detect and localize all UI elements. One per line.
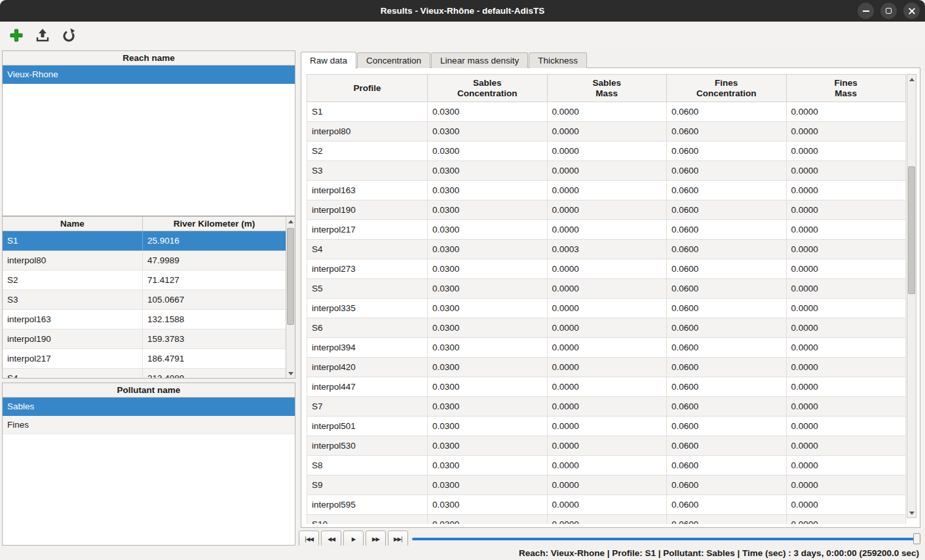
value-cell: 0.0300 <box>428 141 548 161</box>
value-cell: 0.0600 <box>667 122 787 141</box>
column-header-sables-mass[interactable]: Sables Mass <box>548 74 668 102</box>
pollutant-list: SablesFines <box>3 398 295 434</box>
table-row[interactable]: S70.03000.00000.06000.0000 <box>307 397 906 417</box>
slider-track[interactable] <box>412 538 919 540</box>
value-cell: 0.0600 <box>667 476 787 495</box>
reach-list-header: Reach name <box>3 51 295 65</box>
profiles-scrollbar[interactable] <box>286 217 295 378</box>
table-row[interactable]: interpol5300.03000.00000.06000.0000 <box>307 436 906 456</box>
table-row[interactable]: interpol3940.03000.00000.06000.0000 <box>307 338 906 358</box>
time-slider[interactable] <box>412 531 920 547</box>
table-row[interactable]: interpol5950.03000.00000.06000.0000 <box>307 495 906 515</box>
scroll-up-button[interactable] <box>907 75 916 84</box>
column-header-name[interactable]: Name <box>3 217 143 231</box>
titlebar: Results - Vieux-Rhône - default-AdisTS <box>0 0 925 22</box>
scroll-down-button[interactable] <box>907 508 916 517</box>
table-row[interactable]: S80.03000.00000.06000.0000 <box>307 456 906 476</box>
table-row[interactable]: interpol5010.03000.00000.06000.0000 <box>307 417 906 436</box>
value-cell: 0.0000 <box>548 181 668 200</box>
profile-row[interactable]: interpol190159.3783 <box>3 329 286 349</box>
profile-row[interactable]: S271.4127 <box>3 271 286 290</box>
value-cell: 0.0000 <box>548 417 668 436</box>
profile-row[interactable]: S3105.0667 <box>3 290 286 310</box>
value-cell: 0.0000 <box>548 318 668 338</box>
value-cell: 0.0000 <box>787 456 907 476</box>
profile-row[interactable]: interpol163132.1588 <box>3 310 286 329</box>
reach-list-item[interactable]: Vieux-Rhone <box>3 65 295 84</box>
table-row[interactable]: S50.03000.00000.06000.0000 <box>307 279 906 299</box>
scrollbar-thumb[interactable] <box>908 166 915 294</box>
skip-to-start-button[interactable]: |◀◀ <box>299 531 319 547</box>
pollutant-list-item[interactable]: Sables <box>3 398 295 416</box>
scrollbar-thumb[interactable] <box>287 228 294 325</box>
window-controls <box>858 3 920 19</box>
profile-cell: interpol501 <box>307 417 428 436</box>
slider-handle[interactable] <box>913 533 920 544</box>
skip-to-end-button[interactable]: ▶▶| <box>388 531 408 547</box>
profiles-table-body: S125.9016interpol8047.9989S271.4127S3105… <box>3 231 286 378</box>
value-cell: 0.0600 <box>667 240 787 259</box>
tab-linear-mass-density[interactable]: Linear mass density <box>431 52 528 68</box>
minimize-button[interactable] <box>858 3 874 19</box>
value-cell: 0.0600 <box>667 141 787 161</box>
profile-cell: interpol273 <box>307 259 428 279</box>
value-cell: 0.0000 <box>787 141 907 161</box>
table-row[interactable]: S10.03000.00000.06000.0000 <box>307 102 906 122</box>
value-cell: 0.0300 <box>428 200 548 220</box>
raw-data-panel: ProfileSables ConcentrationSables MassFi… <box>301 67 920 528</box>
profile-row[interactable]: S4213.4089 <box>3 369 286 378</box>
table-row[interactable]: interpol1630.03000.00000.06000.0000 <box>307 181 906 200</box>
rewind-button[interactable]: ◀◀ <box>321 531 341 547</box>
table-row[interactable]: S20.03000.00000.06000.0000 <box>307 141 906 161</box>
table-row[interactable]: S90.03000.00000.06000.0000 <box>307 476 906 495</box>
value-cell: 0.0000 <box>548 299 668 318</box>
data-table-scrollbar[interactable] <box>907 74 916 518</box>
profile-row[interactable]: S125.9016 <box>3 231 286 251</box>
column-header-fines-concentration[interactable]: Fines Concentration <box>667 74 787 102</box>
arrow-down-icon <box>288 372 293 375</box>
table-row[interactable]: interpol4470.03000.00000.06000.0000 <box>307 377 906 397</box>
tab-thickness[interactable]: Thickness <box>529 52 587 68</box>
table-row[interactable]: interpol2730.03000.00000.06000.0000 <box>307 259 906 279</box>
tab-raw-data[interactable]: Raw data <box>301 52 356 69</box>
profile-row[interactable]: interpol8047.9989 <box>3 251 286 271</box>
profile-cell: S5 <box>307 279 428 299</box>
scroll-down-button[interactable] <box>286 369 295 378</box>
value-cell: 0.0300 <box>428 259 548 279</box>
column-header-sables-concentration[interactable]: Sables Concentration <box>428 74 548 102</box>
value-cell: 0.0600 <box>667 181 787 200</box>
value-cell: 0.0600 <box>667 456 787 476</box>
export-icon <box>35 28 50 43</box>
table-row[interactable]: S30.03000.00000.06000.0000 <box>307 161 906 181</box>
refresh-button[interactable] <box>58 24 80 47</box>
play-button[interactable]: ▶ <box>343 531 364 547</box>
value-cell: 0.0600 <box>667 417 787 436</box>
column-header-river-kilometer-m[interactable]: River Kilometer (m) <box>143 217 286 231</box>
column-header-fines-mass[interactable]: Fines Mass <box>787 74 907 102</box>
table-row[interactable]: S100.03000.00000.06000.0000 <box>307 515 906 524</box>
value-cell: 0.0600 <box>667 338 787 358</box>
value-cell: 0.0000 <box>787 181 907 200</box>
add-button[interactable] <box>5 24 28 47</box>
maximize-button[interactable] <box>880 3 897 19</box>
table-row[interactable]: interpol1900.03000.00000.06000.0000 <box>307 200 906 220</box>
close-button[interactable] <box>903 3 920 19</box>
profile-km-cell: 25.9016 <box>143 231 286 251</box>
pollutant-list-item[interactable]: Fines <box>3 416 295 434</box>
export-button[interactable] <box>31 24 54 47</box>
profile-row[interactable]: interpol217186.4791 <box>3 349 286 369</box>
column-header-profile[interactable]: Profile <box>307 74 428 102</box>
table-row[interactable]: S60.03000.00000.06000.0000 <box>307 318 906 338</box>
value-cell: 0.0000 <box>787 358 907 377</box>
profile-cell: S2 <box>307 141 428 161</box>
scroll-up-button[interactable] <box>286 217 295 226</box>
table-row[interactable]: S40.03000.00030.06000.0000 <box>307 240 906 259</box>
table-row[interactable]: interpol2170.03000.00000.06000.0000 <box>307 220 906 240</box>
fast-forward-button[interactable]: ▶▶ <box>366 531 386 547</box>
table-row[interactable]: interpol3350.03000.00000.06000.0000 <box>307 299 906 318</box>
profile-cell: interpol447 <box>307 377 428 397</box>
tab-concentration[interactable]: Concentration <box>357 52 430 68</box>
value-cell: 0.0000 <box>548 358 668 377</box>
table-row[interactable]: interpol4200.03000.00000.06000.0000 <box>307 358 906 377</box>
table-row[interactable]: interpol800.03000.00000.06000.0000 <box>307 122 906 141</box>
